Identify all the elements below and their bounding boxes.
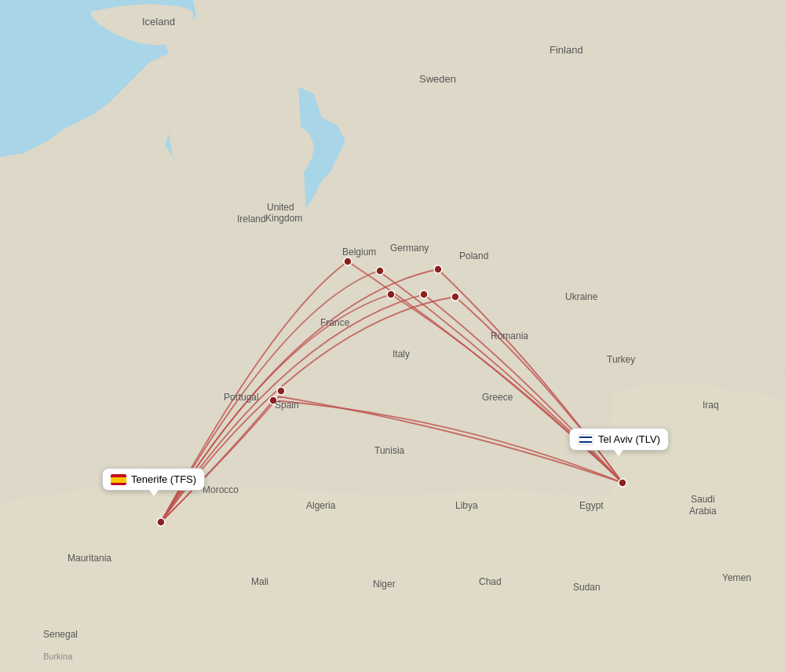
finland-label: Finland <box>550 44 583 56</box>
chad-label: Chad <box>479 576 502 587</box>
svg-point-3 <box>434 265 442 273</box>
svg-point-6 <box>451 293 459 301</box>
ukraine-label: Ukraine <box>565 291 598 302</box>
algeria-label: Algeria <box>306 500 336 511</box>
svg-point-9 <box>157 518 165 526</box>
sudan-label: Sudan <box>573 582 601 593</box>
svg-point-8 <box>277 387 285 395</box>
france-label: France <box>320 317 350 328</box>
germany-label: Germany <box>390 243 429 254</box>
burkina-label: Burkina <box>43 652 73 661</box>
belgium-label: Belgium <box>342 247 376 257</box>
map-container: Iceland Ireland United Kingdom Portugal … <box>0 0 785 672</box>
telaviv-label-text: Tel Aviv (TLV) <box>598 433 660 445</box>
sweden-label: Sweden <box>419 73 456 85</box>
svg-text:Kingdom: Kingdom <box>265 213 302 224</box>
spain-flag-icon <box>111 474 126 485</box>
svg-point-1 <box>344 257 352 265</box>
tenerife-tooltip: Tenerife (TFS) <box>102 468 205 491</box>
egypt-label: Egypt <box>579 500 604 511</box>
iceland-label: Iceland <box>142 16 175 27</box>
senegal-label: Senegal <box>43 629 78 640</box>
svg-point-5 <box>420 290 428 298</box>
libya-label: Libya <box>455 500 478 511</box>
telaviv-tooltip: Tel Aviv (TLV) <box>569 428 669 451</box>
tenerife-label-text: Tenerife (TFS) <box>131 473 196 485</box>
iraq-label: Iraq <box>703 400 719 411</box>
niger-label: Niger <box>373 579 396 590</box>
yemen-label: Yemen <box>722 572 751 583</box>
svg-point-4 <box>387 290 395 298</box>
mauritania-label: Mauritania <box>68 553 111 564</box>
spain-label: Spain <box>275 400 299 411</box>
mali-label: Mali <box>251 576 268 587</box>
poland-label: Poland <box>459 250 488 261</box>
israel-flag-icon <box>578 434 593 445</box>
portugal-label: Portugal <box>224 392 259 403</box>
svg-point-10 <box>619 479 626 487</box>
tunisia-label: Tunisia <box>374 445 405 456</box>
unitedkingdom-label: United <box>267 202 294 213</box>
romania-label: Romania <box>491 331 528 341</box>
morocco-label: Morocco <box>203 484 239 495</box>
saudiarabia-label: Saudi <box>691 494 715 505</box>
svg-text:Arabia: Arabia <box>689 506 717 517</box>
svg-point-2 <box>376 267 384 275</box>
ireland-label: Ireland <box>237 214 266 225</box>
greece-label: Greece <box>482 392 513 403</box>
turkey-label: Turkey <box>607 354 635 365</box>
italy-label: Italy <box>392 349 410 360</box>
